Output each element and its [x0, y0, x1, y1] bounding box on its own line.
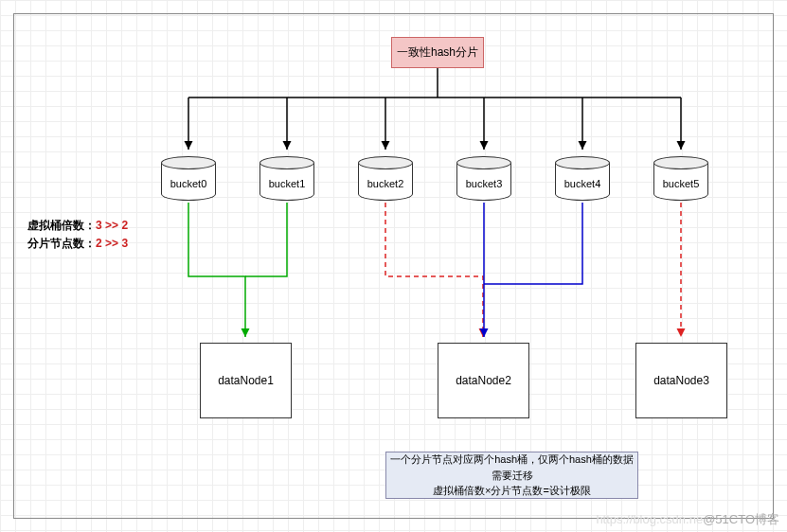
param-virtual-bucket: 虚拟桶倍数：3 >> 2: [27, 218, 128, 234]
param-shard-count: 分片节点数：2 >> 3: [27, 236, 128, 252]
bucket-2: bucket2: [358, 156, 413, 201]
bucket-1: bucket1: [259, 156, 314, 201]
bucket-3: bucket3: [456, 156, 511, 201]
datanode-2: dataNode2: [438, 343, 529, 418]
watermark: https://blog.csdn.ne@51CTO博客: [596, 511, 779, 528]
datanode-3: dataNode3: [635, 343, 727, 418]
title-box: 一致性hash分片: [391, 37, 484, 68]
note-box: 一个分片节点对应两个hash桶，仅两个hash桶的数据需要迁移 虚拟桶倍数×分片…: [385, 452, 638, 499]
bucket-4: bucket4: [555, 156, 610, 201]
bucket-5: bucket5: [653, 156, 708, 201]
datanode-1: dataNode1: [200, 343, 292, 418]
bucket-0: bucket0: [161, 156, 216, 201]
